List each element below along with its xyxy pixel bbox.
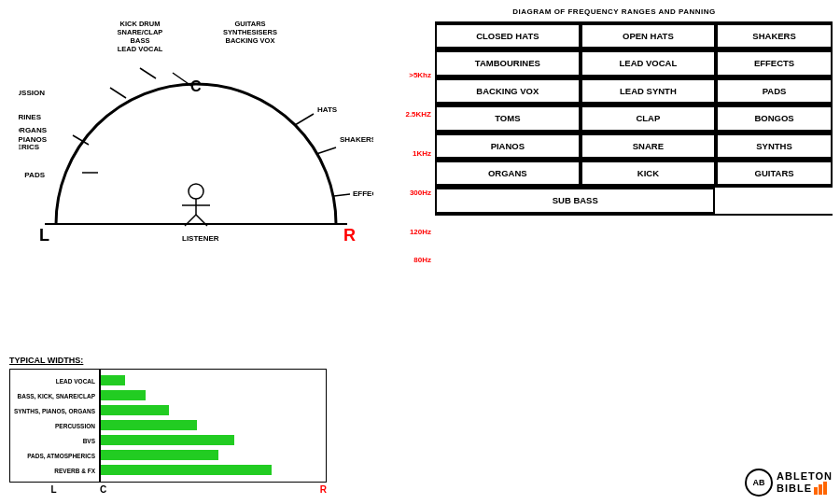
svg-text:BASS: BASS bbox=[131, 36, 150, 45]
grid-row-1: CLOSED HATS OPEN HATS SHAKERS bbox=[435, 21, 833, 49]
svg-line-4 bbox=[110, 88, 126, 98]
chart-row-label: LEAD VOCAL bbox=[10, 378, 99, 385]
left-panel: C L R LISTENER ORGANS PIANOS PERCUSSION … bbox=[0, 0, 392, 504]
freq-label-300hz: 300Hz bbox=[396, 160, 435, 199]
logo-circle: AB bbox=[745, 469, 773, 497]
grid-row-2: TAMBOURINES LEAD VOCAL EFFECTS bbox=[435, 49, 833, 76]
svg-text:SNARE/CLAP: SNARE/CLAP bbox=[118, 28, 163, 36]
svg-line-8 bbox=[295, 114, 314, 125]
logo-area: AB ABLETON BIBLE bbox=[745, 469, 833, 497]
svg-text:HATS: HATS bbox=[317, 105, 338, 114]
chart-bar bbox=[99, 375, 125, 385]
grid-cell-organs: ORGANS bbox=[435, 161, 581, 186]
chart-row-label: BVS bbox=[10, 438, 99, 444]
grid-row-7: SUB BASS bbox=[435, 186, 833, 215]
widths-title: TYPICAL WIDTHS: bbox=[9, 356, 373, 365]
chart-bar-area bbox=[99, 435, 326, 446]
chart-row: BVS bbox=[10, 433, 326, 448]
svg-text:SYNTHESISERS: SYNTHESISERS bbox=[223, 28, 277, 36]
grid-cell-guitars: GUITARS bbox=[716, 161, 833, 186]
chart-bar bbox=[99, 450, 218, 460]
semicircle-svg: C L R LISTENER ORGANS PIANOS PERCUSSION … bbox=[19, 9, 373, 252]
svg-text:TAMBOURINES: TAMBOURINES bbox=[19, 113, 42, 121]
bible-bar-3 bbox=[823, 482, 827, 495]
svg-text:ORGANS: ORGANS bbox=[19, 126, 48, 134]
freq-label-1khz: 1KHz bbox=[396, 120, 435, 160]
chart-row: BASS, KICK, SNARE/CLAP bbox=[10, 388, 326, 403]
logo-bible: BIBLE bbox=[777, 482, 827, 495]
freq-label-120hz: 120Hz bbox=[396, 199, 435, 238]
grid-cell-pads: PADS bbox=[716, 78, 833, 104]
grid-cell-tambourines: TAMBOURINES bbox=[435, 50, 581, 76]
widths-section: TYPICAL WIDTHS: LEAD VOCAL BASS, KICK, S… bbox=[9, 356, 373, 495]
center-line bbox=[99, 370, 101, 482]
frequency-grid: CLOSED HATS OPEN HATS SHAKERS TAMBOURINE… bbox=[435, 21, 833, 216]
chart-bar bbox=[99, 390, 146, 400]
chart-row: SYNTHS, PIANOS, ORGANS bbox=[10, 403, 326, 418]
svg-text:PADS: PADS bbox=[24, 171, 45, 179]
logo-text: ABLETON BIBLE bbox=[777, 470, 833, 495]
grid-cell-bongos: BONGOS bbox=[716, 105, 833, 131]
svg-text:KICK DRUM: KICK DRUM bbox=[120, 20, 161, 28]
logo-ableton: ABLETON bbox=[777, 470, 833, 482]
grid-cell-open-hats: OPEN HATS bbox=[581, 23, 716, 49]
freq-label-80hz: 80Hz bbox=[396, 238, 435, 266]
grid-cell-kick: KICK bbox=[581, 161, 716, 186]
chart-bar-area bbox=[99, 450, 326, 461]
chart-row-label: PADS, ATMOSPHERICS bbox=[10, 453, 99, 459]
grid-cell-empty bbox=[715, 188, 833, 213]
svg-text:L: L bbox=[39, 226, 49, 245]
chart-bar-area bbox=[99, 390, 326, 401]
right-panel: DIAGRAM OF FREQUENCY RANGES AND PANNING … bbox=[392, 0, 840, 504]
grid-cell-toms: TOMS bbox=[435, 105, 581, 131]
chart-row-label: BASS, KICK, SNARE/CLAP bbox=[10, 393, 99, 399]
grid-cell-sub-bass: SUB BASS bbox=[435, 188, 715, 213]
chart-row: PERCUSSION bbox=[10, 418, 326, 433]
bible-bar-2 bbox=[819, 484, 822, 495]
chart-bottom-labels: L C R bbox=[9, 484, 327, 495]
chart-row: PADS, ATMOSPHERICS bbox=[10, 448, 326, 463]
svg-text:LISTENER: LISTENER bbox=[182, 234, 219, 243]
svg-text:LEAD VOCAL: LEAD VOCAL bbox=[118, 45, 163, 53]
chart-bar-area bbox=[99, 465, 326, 476]
chart-row: LEAD VOCAL bbox=[10, 373, 326, 388]
grid-row-6: ORGANS KICK GUITARS bbox=[435, 159, 833, 186]
chart-bottom-C: C bbox=[98, 484, 271, 495]
grid-cell-snare: SNARE bbox=[581, 133, 716, 159]
svg-text:R: R bbox=[343, 226, 356, 245]
grid-row-4: TOMS CLAP BONGOS bbox=[435, 104, 833, 131]
grid-cell-clap: CLAP bbox=[581, 105, 716, 131]
freq-label-25khz: 2.5KHZ bbox=[396, 81, 435, 120]
svg-line-9 bbox=[316, 147, 336, 154]
grid-cell-effects: EFFECTS bbox=[716, 50, 833, 76]
logo-initials: AB bbox=[753, 478, 765, 487]
grid-row-5: PIANOS SNARE SYNTHS bbox=[435, 132, 833, 159]
chart-bar-area bbox=[99, 405, 326, 416]
svg-text:PERCUSSION: PERCUSSION bbox=[19, 89, 45, 97]
grid-cell-synths: SYNTHS bbox=[716, 133, 833, 159]
grid-cell-backing-vox: BACKING VOX bbox=[435, 78, 581, 104]
svg-text:SHAKERS: SHAKERS bbox=[340, 135, 373, 144]
freq-label-5khz: >5Khz bbox=[396, 42, 435, 81]
svg-text:GUITARS: GUITARS bbox=[234, 20, 265, 28]
svg-text:EFFECTS: EFFECTS bbox=[353, 189, 373, 198]
svg-line-10 bbox=[334, 194, 350, 196]
grid-cell-shakers: SHAKERS bbox=[716, 23, 833, 49]
svg-text:BACKING VOX: BACKING VOX bbox=[226, 36, 275, 45]
chart-bar bbox=[99, 405, 169, 415]
widths-chart: LEAD VOCAL BASS, KICK, SNARE/CLAP SYNTHS… bbox=[9, 369, 327, 483]
chart-bar bbox=[99, 435, 234, 445]
chart-row-label: SYNTHS, PIANOS, ORGANS bbox=[10, 408, 99, 414]
chart-bottom-L: L bbox=[9, 484, 98, 495]
freq-labels-column: >5Khz 2.5KHZ 1KHz 300Hz 120Hz 80Hz bbox=[396, 21, 435, 266]
chart-bar bbox=[99, 465, 272, 475]
svg-text:ATMOSPHERICS: ATMOSPHERICS bbox=[19, 143, 40, 151]
chart-row: REVERB & FX bbox=[10, 463, 326, 478]
chart-row-label: REVERB & FX bbox=[10, 468, 99, 474]
bible-bars bbox=[814, 482, 827, 495]
grid-cell-pianos: PIANOS bbox=[435, 133, 581, 159]
svg-point-11 bbox=[189, 184, 203, 199]
grid-cell-lead-synth: LEAD SYNTH bbox=[581, 78, 716, 104]
chart-row-label: PERCUSSION bbox=[10, 423, 99, 429]
bible-bar-1 bbox=[814, 487, 818, 495]
